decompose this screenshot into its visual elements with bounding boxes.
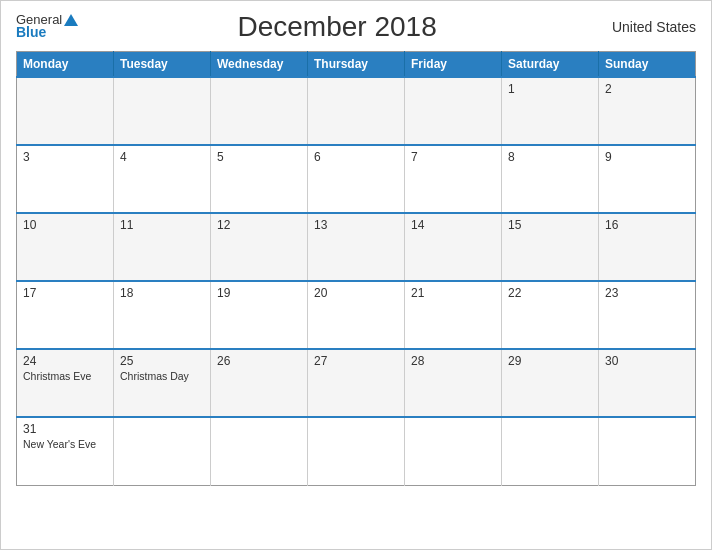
calendar-cell: 16 <box>599 213 696 281</box>
calendar-cell: 21 <box>405 281 502 349</box>
calendar-cell: 17 <box>17 281 114 349</box>
calendar-cell <box>211 77 308 145</box>
calendar-cell: 28 <box>405 349 502 417</box>
col-saturday: Saturday <box>502 52 599 78</box>
calendar-cell: 24Christmas Eve <box>17 349 114 417</box>
day-number: 22 <box>508 286 592 300</box>
calendar-cell: 27 <box>308 349 405 417</box>
day-number: 24 <box>23 354 107 368</box>
calendar-cell: 4 <box>114 145 211 213</box>
day-number: 21 <box>411 286 495 300</box>
day-number: 16 <box>605 218 689 232</box>
calendar-cell: 20 <box>308 281 405 349</box>
calendar-cell: 18 <box>114 281 211 349</box>
day-number: 27 <box>314 354 398 368</box>
calendar-cell: 29 <box>502 349 599 417</box>
calendar-cell: 9 <box>599 145 696 213</box>
day-number: 6 <box>314 150 398 164</box>
calendar-cell: 11 <box>114 213 211 281</box>
event-label: New Year's Eve <box>23 438 107 450</box>
day-number: 8 <box>508 150 592 164</box>
calendar-cell: 12 <box>211 213 308 281</box>
calendar-row: 3456789 <box>17 145 696 213</box>
col-friday: Friday <box>405 52 502 78</box>
calendar-cell: 8 <box>502 145 599 213</box>
col-monday: Monday <box>17 52 114 78</box>
day-number: 12 <box>217 218 301 232</box>
calendar-cell: 23 <box>599 281 696 349</box>
calendar-thead: Monday Tuesday Wednesday Thursday Friday… <box>17 52 696 78</box>
calendar-cell <box>114 77 211 145</box>
calendar-cell: 5 <box>211 145 308 213</box>
calendar-cell: 13 <box>308 213 405 281</box>
calendar-cell: 30 <box>599 349 696 417</box>
day-number: 17 <box>23 286 107 300</box>
day-number: 30 <box>605 354 689 368</box>
calendar-cell <box>17 77 114 145</box>
calendar-cell: 1 <box>502 77 599 145</box>
calendar-row: 24Christmas Eve25Christmas Day2627282930 <box>17 349 696 417</box>
day-number: 25 <box>120 354 204 368</box>
day-number: 29 <box>508 354 592 368</box>
day-number: 19 <box>217 286 301 300</box>
day-number: 7 <box>411 150 495 164</box>
calendar-cell: 6 <box>308 145 405 213</box>
day-number: 3 <box>23 150 107 164</box>
calendar-cell <box>114 417 211 485</box>
day-number: 11 <box>120 218 204 232</box>
day-number: 23 <box>605 286 689 300</box>
calendar-cell <box>211 417 308 485</box>
day-number: 5 <box>217 150 301 164</box>
day-number: 10 <box>23 218 107 232</box>
calendar-cell: 22 <box>502 281 599 349</box>
event-label: Christmas Day <box>120 370 204 382</box>
calendar-table: Monday Tuesday Wednesday Thursday Friday… <box>16 51 696 486</box>
day-number: 4 <box>120 150 204 164</box>
weekday-header-row: Monday Tuesday Wednesday Thursday Friday… <box>17 52 696 78</box>
calendar-cell: 14 <box>405 213 502 281</box>
day-number: 13 <box>314 218 398 232</box>
event-label: Christmas Eve <box>23 370 107 382</box>
calendar-cell: 2 <box>599 77 696 145</box>
calendar-cell <box>308 417 405 485</box>
calendar-cell: 26 <box>211 349 308 417</box>
day-number: 15 <box>508 218 592 232</box>
col-thursday: Thursday <box>308 52 405 78</box>
day-number: 31 <box>23 422 107 436</box>
calendar-cell <box>308 77 405 145</box>
day-number: 18 <box>120 286 204 300</box>
calendar-wrapper: General Blue December 2018 United States… <box>0 0 712 550</box>
calendar-cell: 15 <box>502 213 599 281</box>
logo: General Blue <box>16 13 78 41</box>
calendar-row: 12 <box>17 77 696 145</box>
calendar-row: 10111213141516 <box>17 213 696 281</box>
day-number: 20 <box>314 286 398 300</box>
calendar-cell: 19 <box>211 281 308 349</box>
calendar-cell: 25Christmas Day <box>114 349 211 417</box>
country-label: United States <box>596 19 696 35</box>
calendar-cell: 7 <box>405 145 502 213</box>
day-number: 26 <box>217 354 301 368</box>
calendar-cell <box>405 77 502 145</box>
calendar-header: General Blue December 2018 United States <box>16 11 696 43</box>
logo-blue-text: Blue <box>16 25 78 40</box>
calendar-cell: 3 <box>17 145 114 213</box>
calendar-cell <box>405 417 502 485</box>
day-number: 2 <box>605 82 689 96</box>
calendar-cell <box>599 417 696 485</box>
calendar-cell <box>502 417 599 485</box>
calendar-cell: 31New Year's Eve <box>17 417 114 485</box>
day-number: 28 <box>411 354 495 368</box>
calendar-title: December 2018 <box>78 11 596 43</box>
col-tuesday: Tuesday <box>114 52 211 78</box>
calendar-row: 31New Year's Eve <box>17 417 696 485</box>
day-number: 1 <box>508 82 592 96</box>
calendar-body: 123456789101112131415161718192021222324C… <box>17 77 696 485</box>
col-wednesday: Wednesday <box>211 52 308 78</box>
day-number: 9 <box>605 150 689 164</box>
day-number: 14 <box>411 218 495 232</box>
col-sunday: Sunday <box>599 52 696 78</box>
calendar-row: 17181920212223 <box>17 281 696 349</box>
calendar-cell: 10 <box>17 213 114 281</box>
